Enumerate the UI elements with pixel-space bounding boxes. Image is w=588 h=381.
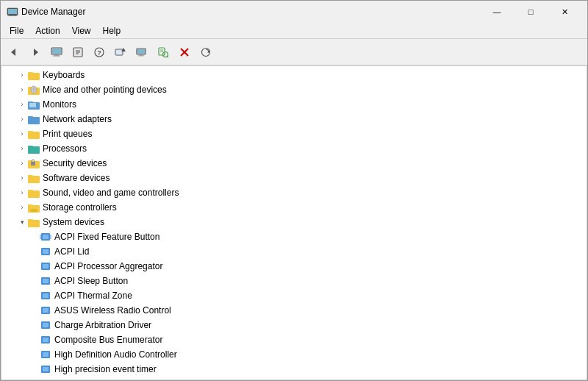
- menu-bar: File Action View Help: [1, 23, 587, 39]
- tree-item-keyboards[interactable]: Keyboards: [1, 68, 587, 82]
- tree-item-acpi-proc[interactable]: ACPI Processor Aggregator: [1, 259, 587, 274]
- svg-rect-70: [43, 249, 49, 254]
- chip-icon-acpi-proc: [40, 260, 51, 272]
- forward-button[interactable]: [25, 42, 46, 63]
- svg-rect-76: [43, 293, 49, 298]
- tree-label-asus: ASUS Wireless Radio Control: [54, 305, 171, 316]
- svg-rect-18: [116, 50, 122, 54]
- svg-marker-5: [34, 49, 38, 56]
- svg-rect-23: [138, 55, 144, 56]
- close-button[interactable]: ✕: [548, 1, 581, 23]
- chip-icon-asus: [40, 305, 51, 316]
- svg-rect-7: [52, 49, 61, 54]
- menu-view[interactable]: View: [66, 23, 97, 39]
- svg-rect-3: [9, 15, 16, 16]
- tree-label-intel-lpc: Intel(R) 100 Series Chipset Family LPC C…: [54, 379, 340, 380]
- tree-item-hda[interactable]: High Definition Audio Controller: [1, 347, 587, 362]
- svg-rect-51: [31, 162, 35, 165]
- chip-icon-acpi-fixed: [40, 231, 51, 243]
- computer-button[interactable]: [46, 42, 67, 63]
- tree-label-software: Software devices: [43, 173, 110, 183]
- tree-item-monitors[interactable]: Monitors: [1, 97, 587, 112]
- tree-item-system[interactable]: System devices: [1, 215, 587, 229]
- svg-rect-80: [43, 323, 49, 327]
- folder-icon-security: [28, 157, 40, 169]
- maximize-button[interactable]: □: [514, 1, 548, 23]
- tree-view[interactable]: Keyboards Mice and other pointing device…: [1, 66, 587, 380]
- display-button[interactable]: [132, 42, 152, 63]
- svg-marker-4: [11, 49, 15, 56]
- svg-point-25: [163, 51, 168, 57]
- tree-item-sound[interactable]: Sound, video and game controllers: [1, 185, 587, 200]
- folder-icon-print: [28, 128, 40, 140]
- tree-arrow-processors[interactable]: [16, 143, 28, 154]
- tree-arrow-print[interactable]: [16, 128, 28, 140]
- tree-arrow-monitors[interactable]: [16, 99, 28, 110]
- tree-item-hpet[interactable]: High precision event timer: [1, 362, 587, 377]
- tree-item-intel-lpc[interactable]: Intel(R) 100 Series Chipset Family LPC C…: [1, 377, 587, 380]
- tree-item-print[interactable]: Print queues: [1, 127, 587, 141]
- back-button[interactable]: [4, 42, 24, 63]
- minimize-button[interactable]: —: [480, 1, 514, 23]
- tree-item-mice[interactable]: Mice and other pointing devices: [1, 82, 587, 97]
- svg-rect-72: [43, 264, 49, 268]
- tree-arrow-network[interactable]: [16, 113, 28, 125]
- chip-icon-acpi-thermal: [40, 290, 51, 302]
- svg-rect-82: [43, 338, 49, 342]
- tree-label-sound: Sound, video and game controllers: [43, 188, 179, 198]
- help-button[interactable]: ?: [89, 42, 110, 63]
- tree-label-system: System devices: [43, 217, 104, 227]
- folder-icon-mice: [28, 84, 40, 96]
- tree-arrow-security[interactable]: [16, 157, 28, 169]
- chip-icon-intel-lpc: [40, 378, 51, 380]
- svg-rect-47: [28, 146, 33, 148]
- tree-item-storage[interactable]: Storage controllers: [1, 200, 587, 215]
- svg-rect-41: [29, 103, 36, 107]
- remove-button[interactable]: [174, 42, 195, 63]
- tree-item-composite[interactable]: Composite Bus Enumerator: [1, 332, 587, 347]
- chip-icon-acpi-lid: [40, 246, 51, 257]
- tree-item-processors[interactable]: Processors: [1, 141, 587, 156]
- folder-icon-network: [28, 113, 40, 125]
- tree-label-mice: Mice and other pointing devices: [43, 85, 167, 95]
- chip-icon-acpi-sleep: [40, 275, 51, 287]
- window-frame: Device Manager — □ ✕ File Action View He…: [0, 0, 588, 381]
- tree-label-security: Security devices: [43, 158, 107, 168]
- tree-item-charge[interactable]: Charge Arbitration Driver: [1, 318, 587, 332]
- tree-label-charge: Charge Arbitration Driver: [54, 320, 151, 330]
- tree-arrow-storage[interactable]: [16, 202, 28, 213]
- tree-item-acpi-lid[interactable]: ACPI Lid: [1, 244, 587, 259]
- tree-label-processors: Processors: [43, 143, 87, 154]
- svg-rect-86: [43, 367, 49, 371]
- tree-label-keyboards: Keyboards: [43, 70, 85, 80]
- tree-arrow-sound[interactable]: [16, 187, 28, 199]
- tree-arrow-system[interactable]: [16, 216, 28, 228]
- update-driver-button[interactable]: [110, 42, 131, 63]
- tree-item-acpi-sleep[interactable]: ACPI Sleep Button: [1, 274, 587, 288]
- tree-arrow-software[interactable]: [16, 172, 28, 184]
- menu-file[interactable]: File: [4, 23, 29, 39]
- tree-label-hda: High Definition Audio Controller: [54, 349, 177, 360]
- tree-label-acpi-sleep: ACPI Sleep Button: [54, 276, 128, 286]
- tree-item-asus[interactable]: ASUS Wireless Radio Control: [1, 303, 587, 318]
- svg-rect-57: [28, 204, 33, 207]
- tree-arrow-mice[interactable]: [16, 84, 28, 96]
- tree-arrow-keyboards[interactable]: [16, 69, 28, 81]
- svg-rect-22: [140, 54, 143, 56]
- scan-button[interactable]: [153, 42, 173, 63]
- app-icon: [7, 6, 18, 18]
- tree-item-software[interactable]: Software devices: [1, 171, 587, 185]
- svg-rect-62: [43, 235, 49, 239]
- show-button[interactable]: [68, 42, 88, 63]
- tree-item-acpi-thermal[interactable]: ACPI Thermal Zone: [1, 288, 587, 303]
- menu-help[interactable]: Help: [97, 23, 127, 39]
- tree-item-network[interactable]: Network adapters: [1, 112, 587, 127]
- tree-item-acpi-fixed[interactable]: ACPI Fixed Feature Button: [1, 229, 587, 244]
- update-button[interactable]: [196, 42, 216, 63]
- toolbar: ?: [1, 39, 587, 65]
- svg-rect-55: [28, 190, 33, 192]
- tree-item-security[interactable]: Security devices: [1, 156, 587, 171]
- chip-icon-composite: [40, 334, 51, 346]
- main-content: Keyboards Mice and other pointing device…: [1, 65, 587, 380]
- menu-action[interactable]: Action: [29, 23, 65, 39]
